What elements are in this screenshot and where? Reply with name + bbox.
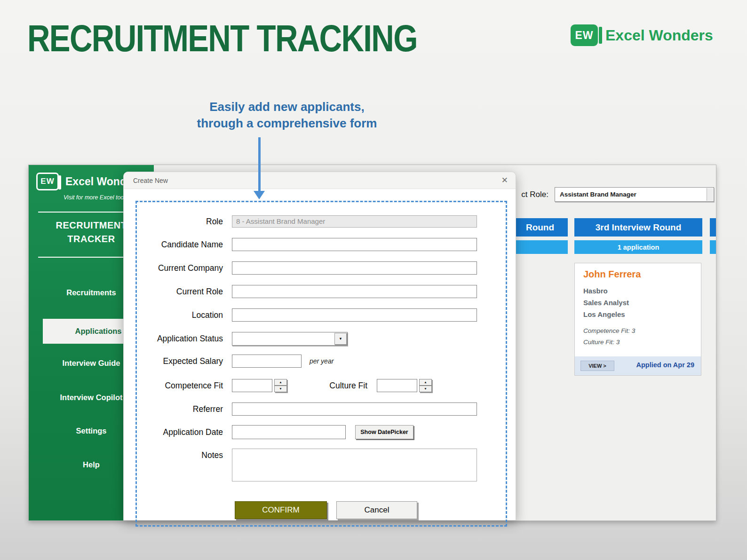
role-label: Role (143, 215, 223, 228)
applied-date: Applied on Apr 29 (636, 361, 694, 369)
application-date-label: Application Date (143, 426, 223, 439)
dialog-title: Create New (133, 172, 168, 189)
column-badge-round (512, 240, 568, 254)
candidate-competence-fit: Competence Fit: 3 (583, 327, 635, 334)
column-header-partial (710, 218, 716, 237)
notes-label: Notes (143, 449, 223, 462)
column-badge-applications-count: 1 application (574, 240, 702, 254)
excel-wonders-icon-white: EW (36, 173, 59, 190)
application-status-label: Application Status (143, 332, 223, 345)
candidate-name: John Ferrera (583, 269, 641, 280)
current-role-label: Current Role (143, 285, 223, 298)
current-company-label: Current Company (143, 261, 223, 275)
cancel-button[interactable]: Cancel (336, 501, 417, 519)
role-select-dropdown-button[interactable] (707, 188, 713, 201)
location-input[interactable] (232, 308, 477, 322)
culture-fit-stepper: ▲ ▼ (419, 379, 432, 392)
competence-fit-label: Competence Fit (143, 379, 223, 392)
close-icon[interactable]: ✕ (501, 172, 508, 189)
candidate-role: Sales Analyst (583, 299, 629, 307)
culture-fit-label: Culture Fit (293, 379, 367, 392)
brand-name: Excel Wonders (605, 27, 713, 44)
candidate-card: John Ferrera Hasbro Sales Analyst Los An… (574, 263, 701, 376)
column-badge-partial (710, 240, 716, 254)
sidebar-tagline: Visit for more Excel tools (64, 194, 128, 201)
show-datepicker-button[interactable]: Show DatePicker (355, 425, 413, 439)
expected-salary-label: Expected Salary (143, 355, 223, 368)
culture-fit-input[interactable] (377, 379, 417, 392)
current-role-input[interactable] (232, 285, 477, 298)
application-status-dropdown[interactable]: ▼ (232, 332, 348, 346)
location-label: Location (143, 308, 223, 322)
spinner-down-icon[interactable]: ▼ (419, 386, 432, 392)
candidate-name-input[interactable] (232, 238, 477, 251)
notes-textarea[interactable] (232, 449, 477, 481)
view-candidate-button[interactable]: VIEW > (580, 361, 614, 371)
brand-logo: EW Excel Wonders (571, 24, 713, 46)
role-select-value: Assistant Brand Manager (560, 191, 636, 198)
spinner-up-icon[interactable]: ▲ (274, 379, 287, 386)
referrer-input[interactable] (232, 402, 477, 416)
spinner-up-icon[interactable]: ▲ (419, 379, 432, 386)
role-field: 8 - Assistant Brand Manager (232, 215, 477, 228)
annotation-arrow-head-icon (254, 191, 265, 199)
excel-wonders-icon: EW (571, 24, 598, 46)
candidate-company: Hasbro (583, 287, 608, 295)
chevron-down-icon[interactable]: ▼ (334, 333, 347, 345)
current-company-input[interactable] (232, 261, 477, 275)
annotation-text: Easily add new applicants, through a com… (169, 99, 405, 132)
create-new-dialog: Create New ✕ Role 8 - Assistant Brand Ma… (123, 172, 516, 521)
candidate-name-label: Candidate Name (143, 238, 223, 251)
confirm-button[interactable]: CONFIRM (235, 501, 327, 519)
competence-fit-input[interactable] (232, 379, 272, 392)
dialog-titlebar: Create New ✕ (124, 172, 516, 189)
annotation-line-1: Easily add new applicants, (169, 99, 405, 115)
candidate-location: Los Angeles (583, 310, 625, 318)
referrer-label: Referrer (143, 402, 223, 416)
column-header-3rd-interview-round: 3rd Interview Round (574, 218, 702, 237)
spinner-down-icon[interactable]: ▼ (274, 386, 287, 392)
page-title: RECRUITMENT TRACKING (27, 17, 417, 60)
candidate-culture-fit: Culture Fit: 3 (583, 339, 620, 346)
candidate-card-footer: VIEW > Applied on Apr 29 (575, 356, 701, 375)
salary-suffix: per year (310, 355, 334, 368)
annotation-arrow (258, 137, 261, 192)
expected-salary-input[interactable] (232, 355, 302, 368)
application-date-input[interactable] (232, 425, 346, 439)
role-select-dropdown[interactable]: Assistant Brand Manager (555, 187, 714, 202)
annotation-line-2: through a comprehensive form (169, 115, 405, 132)
column-header-round: Round (512, 218, 568, 237)
competence-fit-stepper: ▲ ▼ (274, 379, 287, 392)
